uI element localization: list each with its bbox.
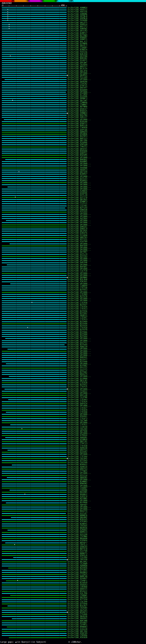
hit-bar[interactable] — [2, 441, 67, 442]
hit-bar[interactable] — [2, 446, 67, 446]
hit-bar[interactable] — [2, 286, 67, 286]
hit-bar[interactable] — [2, 578, 67, 579]
hit-bar[interactable] — [6, 364, 67, 364]
hit-bar[interactable] — [5, 338, 67, 339]
hit-bar[interactable] — [2, 121, 67, 122]
hit-bar[interactable] — [2, 296, 67, 297]
hit-bar[interactable] — [2, 14, 67, 14]
hit-bar[interactable] — [2, 547, 67, 547]
hit-bar[interactable] — [2, 406, 67, 406]
hit-bar[interactable] — [2, 397, 67, 398]
hit-bar[interactable] — [2, 334, 67, 335]
hit-bar[interactable] — [2, 208, 65, 208]
hit-label[interactable]: UniRef100_B9WDB3 — [68, 626, 87, 628]
hit-bar[interactable] — [2, 553, 67, 554]
hit-bar[interactable] — [2, 587, 67, 587]
hit-label[interactable]: UniRef100_A5E0Z8 — [68, 636, 87, 638]
hit-label[interactable]: UniRef100_O18789 — [68, 240, 87, 242]
hit-bar[interactable] — [4, 389, 67, 390]
hit-label[interactable]: UniRef100_B4Z9P3 — [68, 135, 87, 137]
hit-bar[interactable] — [2, 20, 67, 21]
hit-bar[interactable] — [2, 616, 67, 617]
hit-bar[interactable] — [2, 610, 67, 611]
hit-bar[interactable] — [2, 96, 67, 97]
hit-bar[interactable] — [2, 431, 67, 432]
hit-bar[interactable] — [2, 515, 67, 516]
hit-bar[interactable] — [2, 612, 67, 613]
hit-bar[interactable] — [2, 288, 67, 288]
hit-bar[interactable] — [2, 191, 67, 192]
hit-bar[interactable] — [2, 184, 67, 185]
hit-bar[interactable] — [2, 115, 67, 116]
hit-bar[interactable] — [2, 624, 67, 625]
hit-bar[interactable] — [2, 332, 67, 332]
hit-label[interactable]: UniRef100_B3RM37 — [68, 173, 87, 175]
hit-bar[interactable] — [2, 258, 67, 259]
hit-bar[interactable] — [2, 408, 67, 408]
hit-bar[interactable] — [2, 266, 67, 267]
hit-bar[interactable] — [2, 294, 67, 295]
hit-bar[interactable] — [2, 566, 67, 566]
hit-bar[interactable] — [2, 549, 67, 550]
hit-bar[interactable] — [2, 467, 67, 468]
hit-bar[interactable] — [7, 264, 67, 265]
hit-bar[interactable] — [2, 593, 67, 594]
hit-label[interactable]: UniRef100_B6TNR8 — [68, 106, 87, 108]
hit-bar[interactable] — [2, 492, 67, 492]
hit-bar[interactable] — [2, 393, 67, 394]
hit-bar[interactable] — [2, 534, 67, 535]
hit-bar[interactable] — [2, 340, 67, 341]
hit-bar[interactable] — [2, 161, 67, 162]
hit-bar[interactable] — [2, 572, 67, 573]
hit-bar[interactable] — [2, 100, 67, 101]
hit-label[interactable]: UniRef100_UPI000... — [68, 338, 91, 340]
hit-bar[interactable] — [13, 557, 67, 558]
hit-bar[interactable] — [2, 147, 67, 147]
hit-bar[interactable] — [2, 475, 67, 476]
hit-bar[interactable] — [2, 456, 67, 457]
hit-bar[interactable] — [2, 433, 67, 434]
hit-bar[interactable] — [2, 538, 67, 539]
hit-bar[interactable] — [2, 582, 67, 583]
hit-bar[interactable] — [2, 241, 67, 242]
hit-bar[interactable] — [2, 629, 67, 630]
hit-bar[interactable] — [2, 233, 67, 234]
hit-bar[interactable] — [2, 117, 67, 118]
hit-label[interactable]: UniRef100_UPI000... — [68, 222, 91, 224]
hit-bar[interactable] — [2, 94, 67, 94]
hit-bar[interactable] — [2, 479, 67, 480]
hit-bar[interactable] — [11, 517, 67, 518]
hit-label[interactable]: UniRef100_B6AAN5 — [68, 491, 87, 493]
hit-bar[interactable] — [2, 279, 67, 280]
hit-bar[interactable] — [2, 54, 67, 54]
hit-bar[interactable] — [2, 488, 67, 488]
hit-bar[interactable] — [2, 92, 66, 92]
hit-bar[interactable] — [2, 309, 67, 309]
hit-bar[interactable] — [2, 346, 67, 347]
hit-bar[interactable] — [2, 123, 67, 124]
hit-bar[interactable] — [2, 68, 67, 69]
hit-bar[interactable] — [2, 564, 67, 564]
hit-bar[interactable] — [2, 322, 67, 322]
hit-bar[interactable] — [2, 604, 67, 604]
hit-bar[interactable] — [2, 324, 67, 324]
hit-bar[interactable] — [2, 378, 67, 379]
hit-bar[interactable] — [2, 315, 67, 316]
hit-bar[interactable] — [2, 16, 67, 17]
hit-bar[interactable] — [2, 28, 67, 29]
hit-bar[interactable] — [2, 44, 67, 44]
hit-bar[interactable] — [2, 576, 67, 577]
hit-bar[interactable] — [9, 244, 67, 244]
hit-bar[interactable] — [2, 344, 65, 345]
hit-bar[interactable] — [2, 454, 67, 454]
hit-bar[interactable] — [2, 513, 66, 514]
hit-bar[interactable] — [2, 197, 67, 198]
hit-bar[interactable] — [2, 298, 67, 299]
hit-bar[interactable] — [2, 250, 67, 250]
hit-bar[interactable] — [2, 50, 67, 50]
hit-bar[interactable] — [2, 524, 67, 524]
hit-bar[interactable] — [2, 597, 67, 598]
hit-bar[interactable] — [2, 37, 67, 38]
hit-label[interactable]: UniRef100_A9NPF1 — [68, 38, 87, 40]
hit-bar[interactable] — [2, 262, 67, 263]
